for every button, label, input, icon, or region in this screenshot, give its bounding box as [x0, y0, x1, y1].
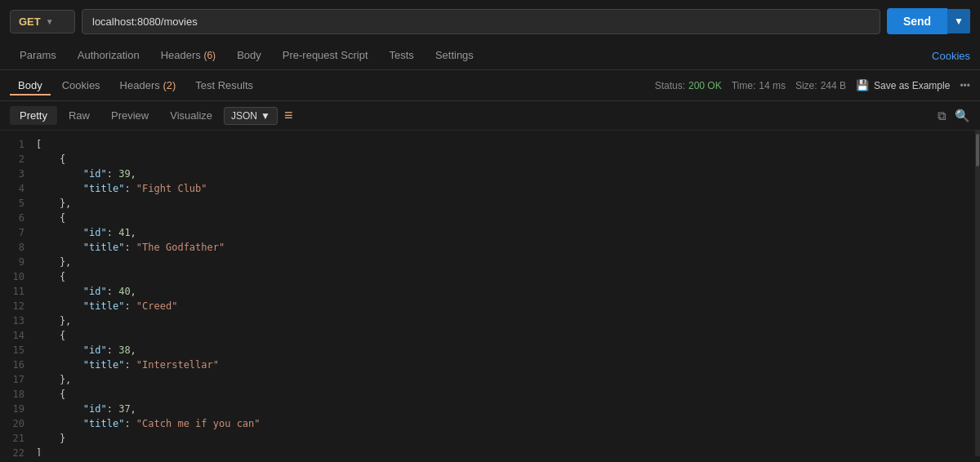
- code-line: "id": 37,: [33, 402, 975, 416]
- send-button-group: Send ▼: [887, 8, 970, 34]
- code-line: "id": 40,: [33, 284, 975, 299]
- line-number: 9: [5, 255, 24, 269]
- code-line: {: [33, 152, 975, 167]
- time-label: Time:: [732, 80, 756, 91]
- code-line: "title": "Interstellar": [33, 358, 975, 372]
- format-selector-label: JSON: [231, 110, 257, 122]
- line-number: 14: [5, 328, 24, 343]
- format-selector[interactable]: JSON ▼: [224, 107, 278, 125]
- tab-headers[interactable]: Headers (6): [151, 42, 225, 69]
- code-line: ]: [33, 446, 975, 456]
- size-label: Size:: [795, 80, 817, 91]
- code-line: "id": 38,: [33, 343, 975, 358]
- tab-settings[interactable]: Settings: [425, 42, 483, 69]
- line-number: 1: [5, 137, 24, 152]
- line-number: 5: [5, 196, 24, 211]
- line-number: 12: [5, 299, 24, 313]
- code-line: "title": "Creed": [33, 299, 975, 313]
- line-number: 21: [5, 431, 24, 446]
- res-tab-test-results[interactable]: Test Results: [187, 75, 261, 96]
- code-content[interactable]: [ { "id": 39, "title": "Fight Club" }, {…: [33, 131, 975, 456]
- response-tabs-left: Body Cookies Headers (2) Test Results: [10, 75, 261, 96]
- code-line: },: [33, 255, 975, 269]
- method-label: GET: [19, 16, 41, 28]
- line-number: 18: [5, 387, 24, 402]
- code-line: {: [33, 211, 975, 225]
- save-icon: 💾: [856, 79, 869, 91]
- code-line: },: [33, 313, 975, 328]
- code-area: 12345678910111213141516171819202122 [ { …: [0, 131, 980, 456]
- line-number: 6: [5, 211, 24, 225]
- request-tabs-left: Params Authorization Headers (6) Body Pr…: [10, 42, 483, 69]
- line-number: 3: [5, 167, 24, 181]
- status-info: Status: 200 OK: [655, 80, 722, 91]
- code-line: "id": 39,: [33, 167, 975, 181]
- request-tabs: Params Authorization Headers (6) Body Pr…: [0, 42, 980, 70]
- method-selector[interactable]: GET ▼: [10, 10, 75, 33]
- time-value: 14 ms: [759, 80, 786, 91]
- headers-badge: (6): [203, 50, 216, 61]
- code-line: {: [33, 269, 975, 284]
- code-line: {: [33, 328, 975, 343]
- line-number: 4: [5, 181, 24, 196]
- format-tabs: Pretty Raw Preview Visualize JSON ▼ ≡: [10, 106, 292, 125]
- fmt-tab-pretty[interactable]: Pretty: [10, 106, 57, 125]
- status-label: Status:: [655, 80, 685, 91]
- line-number: 2: [5, 152, 24, 167]
- code-line: "title": "Catch me if you can": [33, 416, 975, 431]
- size-value: 244 B: [821, 80, 846, 91]
- line-number: 15: [5, 343, 24, 358]
- time-info: Time: 14 ms: [732, 80, 786, 91]
- code-line: "title": "Fight Club": [33, 181, 975, 196]
- fmt-tab-raw[interactable]: Raw: [59, 106, 100, 125]
- tab-params[interactable]: Params: [10, 42, 66, 69]
- scrollbar-thumb[interactable]: [976, 134, 979, 167]
- code-line: {: [33, 387, 975, 402]
- response-tabs: Body Cookies Headers (2) Test Results St…: [0, 70, 980, 101]
- code-line: "id": 41,: [33, 225, 975, 240]
- status-value: 200 OK: [688, 80, 722, 91]
- tab-body[interactable]: Body: [227, 42, 271, 69]
- tab-authorization[interactable]: Authorization: [68, 42, 149, 69]
- send-button[interactable]: Send: [887, 8, 947, 34]
- save-example-button[interactable]: 💾 Save as Example: [856, 79, 950, 91]
- line-numbers: 12345678910111213141516171819202122: [0, 131, 33, 456]
- filter-icon[interactable]: ≡: [284, 107, 293, 124]
- scrollbar-right[interactable]: [975, 131, 980, 456]
- line-number: 19: [5, 402, 24, 416]
- line-number: 13: [5, 313, 24, 328]
- method-chevron-icon: ▼: [46, 17, 54, 26]
- code-line: },: [33, 196, 975, 211]
- line-number: 16: [5, 358, 24, 372]
- res-tab-cookies[interactable]: Cookies: [54, 75, 109, 96]
- line-number: 8: [5, 240, 24, 255]
- cookies-link[interactable]: Cookies: [932, 43, 970, 69]
- code-line: },: [33, 372, 975, 387]
- line-number: 11: [5, 284, 24, 299]
- response-info: Status: 200 OK Time: 14 ms Size: 244 B 💾…: [655, 79, 970, 91]
- copy-icon[interactable]: ⧉: [938, 109, 947, 123]
- tab-pre-request-script[interactable]: Pre-request Script: [273, 42, 378, 69]
- line-number: 10: [5, 269, 24, 284]
- code-line: }: [33, 431, 975, 446]
- format-selector-chevron-icon: ▼: [261, 110, 270, 122]
- code-line: "title": "The Godfather": [33, 240, 975, 255]
- line-number: 22: [5, 446, 24, 456]
- fmt-tab-preview[interactable]: Preview: [101, 106, 158, 125]
- line-number: 20: [5, 416, 24, 431]
- more-options-icon[interactable]: •••: [960, 80, 970, 91]
- res-tab-headers[interactable]: Headers (2): [112, 75, 185, 96]
- search-icon[interactable]: 🔍: [955, 109, 970, 123]
- send-dropdown-button[interactable]: ▼: [947, 9, 970, 33]
- url-input[interactable]: [82, 9, 880, 34]
- save-example-label: Save as Example: [874, 80, 950, 91]
- size-info: Size: 244 B: [795, 80, 846, 91]
- res-headers-badge: (2): [163, 79, 176, 91]
- line-number: 17: [5, 372, 24, 387]
- action-icons: ⧉ 🔍: [938, 109, 970, 123]
- code-line: [: [33, 137, 975, 152]
- fmt-tab-visualize[interactable]: Visualize: [160, 106, 222, 125]
- tab-tests[interactable]: Tests: [380, 42, 424, 69]
- format-bar: Pretty Raw Preview Visualize JSON ▼ ≡ ⧉ …: [0, 101, 980, 131]
- res-tab-body[interactable]: Body: [10, 75, 51, 96]
